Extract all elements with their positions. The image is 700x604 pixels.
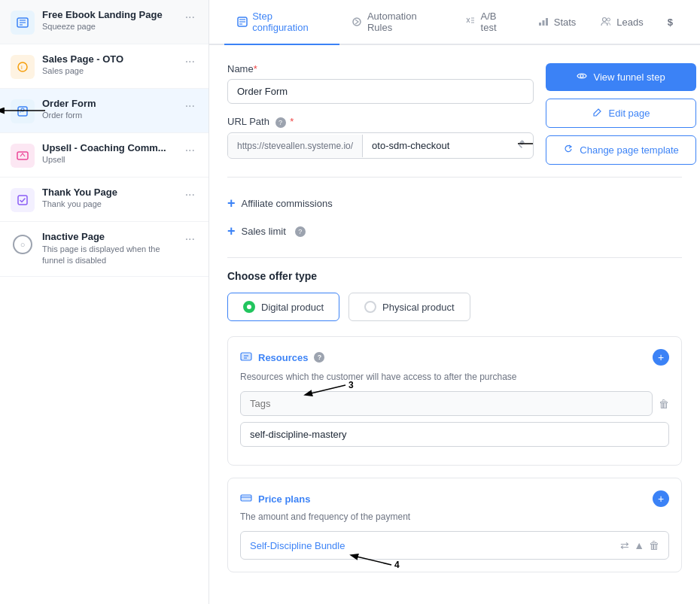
price-plans-subtitle: The amount and frequency of the payment: [240, 511, 669, 522]
tab-dollar[interactable]: $: [656, 0, 685, 45]
url-link-icon[interactable]: [507, 133, 533, 158]
sidebar-item-subtitle: Sales page: [42, 66, 182, 75]
step-config-content: Name* URL Path ? * https://steveallen.sy…: [209, 45, 700, 590]
sidebar-item-thank-you[interactable]: Thank You Page Thank you page ···: [0, 178, 208, 222]
order-form-icon: [11, 99, 35, 123]
sidebar-item-menu-icon[interactable]: ···: [182, 142, 198, 159]
svg-rect-33: [241, 495, 251, 501]
sidebar-item-sales-page[interactable]: i Sales Page - OTO Sales page ···: [0, 44, 208, 89]
svg-rect-18: [542, 20, 544, 26]
svg-rect-19: [546, 18, 548, 26]
url-suffix-input[interactable]: [363, 134, 507, 157]
sidebar-item-menu-icon[interactable]: ···: [182, 53, 198, 70]
svg-rect-17: [539, 23, 541, 26]
plan-up-icon[interactable]: ▲: [634, 539, 644, 551]
tab-leads[interactable]: Leads: [588, 0, 655, 45]
digital-product-option[interactable]: Digital product: [227, 293, 339, 321]
price-plans-title-row: Price plans: [240, 492, 310, 506]
resources-subtitle: Resources which the customer will have a…: [240, 372, 669, 382]
svg-line-36: [354, 556, 391, 565]
offer-type-title: Choose offer type: [227, 270, 682, 282]
tab-bar: Step configuration Automation Rules: [209, 0, 700, 45]
resources-add-button[interactable]: +: [653, 349, 669, 366]
sidebar-item-upsell[interactable]: Upsell - Coaching Comm... Upsell ···: [0, 133, 208, 178]
price-plans-section: Price plans + The amount and frequency o…: [227, 478, 682, 572]
sidebar-item-subtitle: This page is displayed when the funnel i…: [42, 244, 182, 267]
change-page-template-button[interactable]: Change page template: [546, 135, 696, 165]
offer-type-section: Choose offer type Digital product Physic…: [227, 270, 682, 321]
tab-leads-label: Leads: [616, 17, 643, 28]
eye-icon: [577, 71, 587, 83]
sidebar-item-order-form[interactable]: Order Form Order form ··· 1: [0, 89, 208, 133]
affiliate-expand-icon: +: [227, 196, 236, 211]
url-prefix: https://steveallen.systeme.io/: [228, 135, 363, 157]
tab-stats[interactable]: Stats: [525, 0, 589, 45]
tab-step-configuration[interactable]: Step configuration: [224, 0, 339, 45]
edit-page-button[interactable]: Edit page: [546, 99, 696, 128]
sidebar-item-title: Thank You Page: [42, 187, 182, 198]
digital-label: Digital product: [261, 302, 324, 313]
step-config-icon: [236, 16, 248, 28]
tags-resource-row: 🗑 3: [240, 391, 669, 416]
leads-icon: [600, 16, 612, 28]
sidebar-item-menu-icon[interactable]: ···: [182, 231, 198, 247]
sales-limit-info-icon: ?: [295, 226, 306, 237]
url-required: *: [290, 116, 294, 127]
svg-text:i: i: [21, 64, 23, 71]
digital-radio: [243, 301, 255, 313]
price-plans-add-button[interactable]: +: [653, 490, 669, 507]
sidebar-item-subtitle: Squeeze page: [42, 22, 182, 31]
sidebar-item-content: Upsell - Coaching Comm... Upsell: [42, 142, 182, 164]
tags-delete-icon[interactable]: 🗑: [659, 398, 669, 410]
sidebar-item-title: Sales Page - OTO: [42, 53, 182, 65]
sidebar-item-free-ebook[interactable]: Free Ebook Landing Page Squeeze page ···: [0, 0, 208, 44]
sidebar-item-menu-icon[interactable]: ···: [182, 9, 198, 26]
stats-icon: [537, 16, 549, 28]
sidebar-item-inactive[interactable]: ○ Inactive Page This page is displayed w…: [0, 222, 208, 277]
tab-stats-label: Stats: [554, 17, 577, 28]
url-path-info-icon: ?: [275, 117, 286, 128]
upsell-icon: [11, 144, 35, 168]
sidebar: Free Ebook Landing Page Squeeze page ···…: [0, 0, 209, 604]
price-plans-icon: [240, 492, 252, 506]
physical-product-option[interactable]: Physical product: [348, 293, 470, 321]
svg-point-7: [21, 108, 24, 111]
sales-limit-row[interactable]: + Sales limit ?: [227, 217, 682, 245]
name-input[interactable]: [227, 79, 534, 104]
url-path-label: URL Path ? *: [227, 116, 534, 128]
sidebar-item-menu-icon[interactable]: ···: [182, 98, 198, 114]
tab-ab-test[interactable]: A/B test: [452, 0, 525, 45]
tab-automation-label: Automation Rules: [367, 11, 440, 33]
resources-info-icon: ?: [314, 352, 324, 363]
sidebar-item-menu-icon[interactable]: ···: [182, 187, 198, 203]
svg-point-25: [580, 74, 583, 77]
sidebar-item-title: Free Ebook Landing Page: [42, 9, 182, 20]
automation-icon: [352, 16, 363, 28]
sidebar-item-title: Upsell - Coaching Comm...: [42, 142, 182, 153]
view-funnel-step-button[interactable]: View funnel step: [546, 63, 696, 91]
main-panel: Step configuration Automation Rules: [209, 0, 700, 604]
ab-test-icon: [464, 16, 476, 28]
sales-limit-label: Sales limit: [242, 226, 286, 237]
plan-delete-icon[interactable]: 🗑: [649, 539, 659, 551]
inactive-icon: ○: [11, 232, 35, 256]
tag-value-input[interactable]: [240, 422, 669, 447]
sidebar-item-content: Inactive Page This page is displayed whe…: [42, 231, 182, 267]
sidebar-item-title: Inactive Page: [42, 231, 182, 242]
affiliate-commissions-row[interactable]: + Affiliate commissions: [227, 190, 682, 217]
action-buttons: View funnel step Edit page: [546, 63, 696, 165]
price-plan-row: Self-Discipline Bundle ⇄ ▲ 🗑 4: [240, 531, 669, 560]
tab-dollar-label: $: [668, 17, 673, 28]
url-path-group: https://steveallen.systeme.io/: [227, 132, 534, 159]
resources-section: Resources ? + Resources which the custom…: [227, 336, 682, 466]
tab-step-config-label: Step configuration: [252, 11, 327, 33]
tags-input[interactable]: [240, 391, 653, 416]
price-plan-actions: ⇄ ▲ 🗑: [620, 539, 659, 551]
plan-swap-icon[interactable]: ⇄: [620, 539, 629, 551]
svg-rect-26: [241, 353, 251, 360]
physical-label: Physical product: [382, 302, 454, 313]
sidebar-item-title: Order Form: [42, 98, 182, 109]
tab-automation-rules[interactable]: Automation Rules: [339, 0, 453, 45]
edit-icon: [592, 107, 603, 120]
squeeze-page-icon: [11, 11, 35, 35]
